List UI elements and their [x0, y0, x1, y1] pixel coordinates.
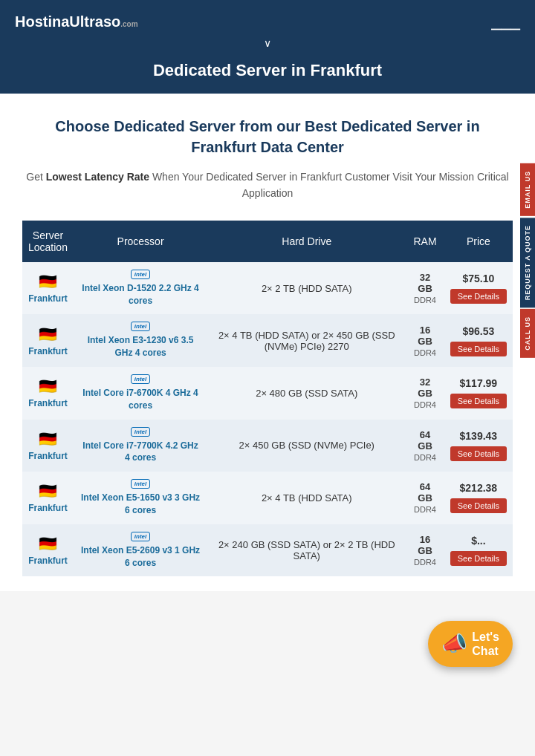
- header-title: Dedicated Server in Frankfurt: [15, 53, 520, 94]
- intel-logo: intel: [131, 479, 150, 489]
- see-details-button[interactable]: See Details: [450, 446, 507, 461]
- desc-rest: When Your Dedicated Server in Frankfurt …: [152, 171, 509, 199]
- table-header-row: ServerLocation Processor Hard Drive RAM …: [22, 221, 513, 262]
- section-title: Choose Dedicated Server from our Best De…: [22, 116, 513, 157]
- flag-icon: 🇩🇪: [39, 377, 57, 395]
- ram-cell: 16 GB DDR4: [406, 314, 444, 367]
- table-row: 🇩🇪 Frankfurt intel Intel Core i7-7700K 4…: [22, 420, 513, 472]
- see-details-button[interactable]: See Details: [450, 498, 507, 513]
- table-row: 🇩🇪 Frankfurt intel Intel Core i7-6700K 4…: [22, 367, 513, 420]
- harddrive-cell: 2× 4 TB (HDD SATA): [207, 472, 406, 524]
- section-description: Get Lowest Latency Rate When Your Dedica…: [22, 169, 513, 202]
- table-body: 🇩🇪 Frankfurt intel Intel Xeon D-1520 2.2…: [22, 262, 513, 577]
- ram-cell: 64 GB DDR4: [406, 420, 444, 472]
- location-cell: 🇩🇪 Frankfurt: [22, 472, 74, 524]
- price-cell: $117.99 See Details: [444, 367, 513, 420]
- harddrive-cell: 2× 480 GB (SSD SATA): [207, 367, 406, 420]
- see-details-button[interactable]: See Details: [450, 551, 507, 566]
- logo: HostinaUltraso.com: [15, 13, 138, 30]
- main-content: Choose Dedicated Server from our Best De…: [0, 94, 535, 591]
- flag-icon: 🇩🇪: [39, 325, 57, 343]
- email-us-button[interactable]: EMAIL US: [520, 163, 535, 216]
- processor-name: Intel Core i7-6700K 4 GHz 4 cores: [80, 387, 201, 412]
- header: HostinaUltraso.com ⎯⎯⎯ ∨ Dedicated Serve…: [0, 0, 535, 94]
- request-quote-button[interactable]: REQUEST A QUOTE: [520, 218, 535, 307]
- side-buttons: EMAIL US REQUEST A QUOTE CALL US: [520, 163, 535, 358]
- logo-com: .com: [120, 20, 137, 28]
- ram-type: DDR4: [414, 558, 436, 567]
- processor-name: Intel Xeon D-1520 2.2 GHz 4 cores: [80, 282, 201, 307]
- processor-cell: intel Intel Core i7-7700K 4.2 GHz 4 core…: [74, 420, 207, 472]
- table-row: 🇩🇪 Frankfurt intel Intel Xeon E5-2609 v3…: [22, 524, 513, 577]
- hamburger-menu[interactable]: ⎯⎯⎯: [491, 12, 520, 31]
- ram-cell: 16 GB DDR4: [406, 524, 444, 577]
- col-processor: Processor: [74, 221, 207, 262]
- location-cell: 🇩🇪 Frankfurt: [22, 367, 74, 420]
- harddrive-cell: 2× 2 TB (HDD SATA): [207, 262, 406, 315]
- price-amount: $...: [471, 535, 485, 547]
- price-cell: $139.43 See Details: [444, 420, 513, 472]
- processor-cell: intel Intel Xeon E5-2609 v3 1 GHz 6 core…: [74, 524, 207, 577]
- ram-type: DDR4: [414, 453, 436, 462]
- server-table: ServerLocation Processor Hard Drive RAM …: [22, 221, 513, 577]
- see-details-button[interactable]: See Details: [450, 394, 507, 408]
- see-details-button[interactable]: See Details: [450, 342, 507, 356]
- price-cell: $212.38 See Details: [444, 472, 513, 524]
- processor-name: Intel Xeon E5-1650 v3 3 GHz 6 cores: [80, 492, 201, 517]
- ram-type: DDR4: [414, 296, 436, 304]
- col-location: ServerLocation: [22, 221, 74, 262]
- ram-cell: 32 GB DDR4: [406, 262, 444, 315]
- ram-amount: 16 GB: [412, 325, 438, 347]
- processor-name: Intel Core i7-7700K 4.2 GHz 4 cores: [80, 440, 201, 465]
- nav-arrow[interactable]: ∨: [15, 37, 520, 49]
- processor-name: Intel Xeon E3-1230 v6 3.5 GHz 4 cores: [80, 334, 201, 359]
- processor-cell: intel Intel Xeon E5-1650 v3 3 GHz 6 core…: [74, 472, 207, 524]
- logo-text: HostinaUltraso.com: [15, 13, 138, 30]
- location-cell: 🇩🇪 Frankfurt: [22, 314, 74, 367]
- ram-amount: 16 GB: [412, 534, 438, 556]
- ram-type: DDR4: [414, 400, 436, 409]
- location-name: Frankfurt: [28, 451, 68, 461]
- chat-label: Let's Chat: [472, 630, 499, 658]
- flag-icon: 🇩🇪: [39, 430, 57, 448]
- call-us-button[interactable]: CALL US: [520, 309, 535, 358]
- location-name: Frankfurt: [28, 346, 68, 356]
- flag-icon: 🇩🇪: [39, 535, 57, 553]
- intel-logo: intel: [131, 374, 150, 384]
- col-ram: RAM: [406, 221, 444, 262]
- price-cell: $75.10 See Details: [444, 262, 513, 315]
- intel-logo: intel: [131, 322, 150, 331]
- location-cell: 🇩🇪 Frankfurt: [22, 262, 74, 315]
- chat-widget[interactable]: 📣 Let's Chat: [428, 621, 513, 667]
- megaphone-icon: 📣: [441, 631, 467, 656]
- price-amount: $139.43: [460, 430, 498, 442]
- table-header: ServerLocation Processor Hard Drive RAM …: [22, 221, 513, 262]
- processor-cell: intel Intel Xeon E3-1230 v6 3.5 GHz 4 co…: [74, 314, 207, 367]
- ram-amount: 32 GB: [412, 272, 438, 294]
- price-amount: $117.99: [460, 377, 498, 389]
- ram-amount: 64 GB: [412, 481, 438, 504]
- see-details-button[interactable]: See Details: [450, 289, 507, 304]
- flag-icon: 🇩🇪: [39, 482, 57, 500]
- processor-cell: intel Intel Xeon D-1520 2.2 GHz 4 cores: [74, 262, 207, 315]
- table-row: 🇩🇪 Frankfurt intel Intel Xeon E5-1650 v3…: [22, 472, 513, 524]
- harddrive-cell: 2× 240 GB (SSD SATA) or 2× 2 TB (HDD SAT…: [207, 524, 406, 577]
- col-harddrive: Hard Drive: [207, 221, 406, 262]
- intel-logo: intel: [131, 427, 150, 437]
- processor-cell: intel Intel Core i7-6700K 4 GHz 4 cores: [74, 367, 207, 420]
- ram-amount: 32 GB: [412, 377, 438, 399]
- ram-type: DDR4: [414, 505, 436, 514]
- price-amount: $96.53: [462, 325, 494, 337]
- desc-bold: Lowest Latency Rate: [46, 171, 149, 183]
- ram-cell: 32 GB DDR4: [406, 367, 444, 420]
- table-row: 🇩🇪 Frankfurt intel Intel Xeon D-1520 2.2…: [22, 262, 513, 315]
- price-amount: $212.38: [460, 482, 498, 494]
- ram-type: DDR4: [414, 348, 436, 357]
- harddrive-cell: 2× 4 TB (HDD SATA) or 2× 450 GB (SSD (NV…: [207, 314, 406, 367]
- ram-amount: 64 GB: [412, 429, 438, 452]
- intel-logo: intel: [131, 532, 150, 541]
- chat-line2: Chat: [472, 644, 499, 658]
- price-cell: $... See Details: [444, 524, 513, 577]
- table-row: 🇩🇪 Frankfurt intel Intel Xeon E3-1230 v6…: [22, 314, 513, 367]
- location-name: Frankfurt: [28, 398, 68, 408]
